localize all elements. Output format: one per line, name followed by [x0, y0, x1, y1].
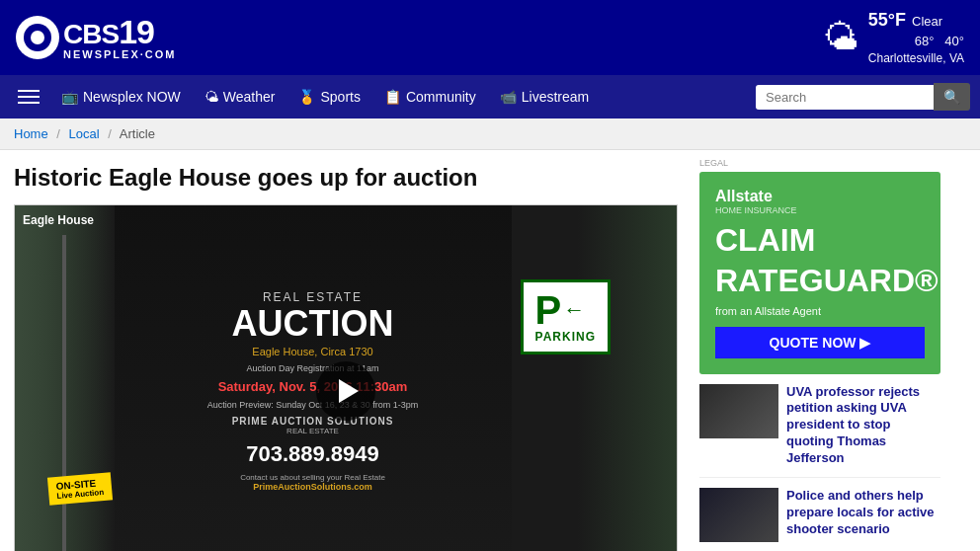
top-bar: CBS19 NEWSPLEX·COM 🌤 55°F Clear 68° 40° …: [0, 0, 980, 75]
allstate-brand-name: Allstate: [715, 188, 797, 205]
sports-icon: 🏅: [298, 89, 315, 105]
allstate-brand-sub: HOME INSURANCE: [715, 205, 797, 215]
logo-cbs19: CBS19: [63, 15, 176, 48]
weather-condition: Clear: [912, 13, 942, 31]
weather-nav-icon: 🌤: [204, 89, 218, 105]
sign-header: REAL ESTATE: [263, 290, 363, 304]
sidebar-news-thumb-1: [699, 384, 778, 438]
sign-contact: Contact us about selling your Real Estat…: [240, 473, 385, 482]
search-input[interactable]: [756, 85, 934, 110]
logo-area[interactable]: CBS19 NEWSPLEX·COM: [16, 15, 176, 60]
parking-p: P: [535, 290, 562, 330]
logo-text-block: CBS19 NEWSPLEX·COM: [63, 15, 176, 60]
weather-icon: 🌤: [823, 17, 858, 58]
parking-sign: P ← PARKING: [521, 279, 611, 354]
livestream-icon: 📹: [500, 89, 517, 105]
article-area: Historic Eagle House goes up for auction…: [0, 150, 692, 551]
breadcrumb-local[interactable]: Local: [69, 126, 100, 141]
main-content: Historic Eagle House goes up for auction…: [0, 150, 980, 551]
weather-location: Charlottesville, VA: [868, 50, 964, 67]
nav-item-sports[interactable]: 🏅 Sports: [288, 83, 369, 111]
parking-arrow: ←: [563, 297, 585, 323]
weather-hi-lo: 68° 40°: [868, 33, 964, 50]
video-label: Eagle House: [23, 213, 94, 227]
breadcrumb-article: Article: [120, 126, 155, 141]
sign-preview: Auction Preview: Sunday Oct 16, 23 & 30 …: [207, 400, 419, 410]
ad-headline2: RATEGUARD®: [715, 264, 925, 298]
ad-brand-area: Allstate HOME INSURANCE: [715, 188, 925, 215]
breadcrumb-bar: Home / Local / Article: [0, 118, 980, 150]
nav-bar: 📺 Newsplex NOW 🌤 Weather 🏅 Sports 📋 Comm…: [0, 75, 980, 118]
cbs-eye-logo[interactable]: [16, 16, 59, 59]
community-icon: 📋: [384, 89, 401, 105]
nav-left: 📺 Newsplex NOW 🌤 Weather 🏅 Sports 📋 Comm…: [10, 83, 599, 111]
nav-item-weather[interactable]: 🌤 Weather: [195, 83, 286, 111]
breadcrumb-sep-2: /: [108, 126, 112, 141]
weather-current-temp: 55°F: [868, 8, 906, 33]
sidebar-news-title-1: UVA professor rejects petition asking UV…: [786, 384, 940, 467]
sign-date: Saturday, Nov. 5, 2016 11:30am: [218, 379, 408, 394]
logo-newsplex: NEWSPLEX·COM: [63, 48, 176, 60]
allstate-logo-area: Allstate HOME INSURANCE: [715, 188, 797, 215]
sign-company-sub: REAL ESTATE: [286, 427, 339, 435]
sidebar-news-title-2: Police and others help prepare locals fo…: [786, 488, 940, 542]
nav-item-livestream[interactable]: 📹 Livestream: [490, 83, 599, 111]
video-background: REAL ESTATE AUCTION Eagle House, Circa 1…: [15, 205, 677, 551]
sidebar-news-item-1[interactable]: UVA professor rejects petition asking UV…: [699, 384, 940, 478]
nav-item-community[interactable]: 📋 Community: [374, 83, 486, 111]
sign-phone: 703.889.8949: [246, 441, 379, 467]
video-container[interactable]: Eagle House ⤴ REAL ESTATE AUCTION Eagle …: [14, 204, 678, 551]
sign-website: PrimeAuctionSolutions.com: [253, 482, 372, 492]
nav-item-newsplex-now[interactable]: 📺 Newsplex NOW: [51, 83, 191, 111]
search-button[interactable]: 🔍: [934, 83, 970, 111]
ad-from-text: from an Allstate Agent: [715, 305, 925, 317]
parking-sign-content: P ←: [535, 290, 596, 330]
weather-details: 55°F Clear 68° 40° Charlottesville, VA: [868, 8, 964, 67]
quote-now-button[interactable]: QUOTE NOW ▶: [715, 327, 925, 358]
sign-sub: Eagle House, Circa 1730: [252, 346, 372, 357]
hamburger-menu[interactable]: [10, 86, 47, 108]
sidebar-news-item-2[interactable]: Police and others help prepare locals fo…: [699, 488, 940, 551]
onsite-badge: ON-SITE Live Auction: [46, 472, 112, 505]
sidebar: LEGAL Allstate HOME INSURANCE CLAIM RATE…: [692, 150, 948, 551]
breadcrumb-sep-1: /: [56, 126, 60, 141]
allstate-ad[interactable]: Allstate HOME INSURANCE CLAIM RATEGUARD®…: [699, 172, 940, 373]
ad-headline1: CLAIM: [715, 223, 925, 258]
sidebar-news-thumb-2: [699, 488, 778, 542]
article-title: Historic Eagle House goes up for auction: [14, 164, 678, 193]
tv-icon: 📺: [61, 89, 78, 105]
sign-main: AUCTION: [232, 306, 394, 342]
auction-sign: REAL ESTATE AUCTION Eagle House, Circa 1…: [115, 205, 512, 551]
ad-label: LEGAL: [699, 158, 940, 168]
parking-text: PARKING: [535, 330, 596, 344]
weather-area[interactable]: 🌤 55°F Clear 68° 40° Charlottesville, VA: [823, 8, 964, 67]
search-area: 🔍: [756, 83, 970, 111]
play-button[interactable]: [316, 361, 375, 421]
sign-company: PRIME AUCTION SOLUTIONS: [232, 416, 394, 427]
breadcrumb-home[interactable]: Home: [14, 126, 48, 141]
